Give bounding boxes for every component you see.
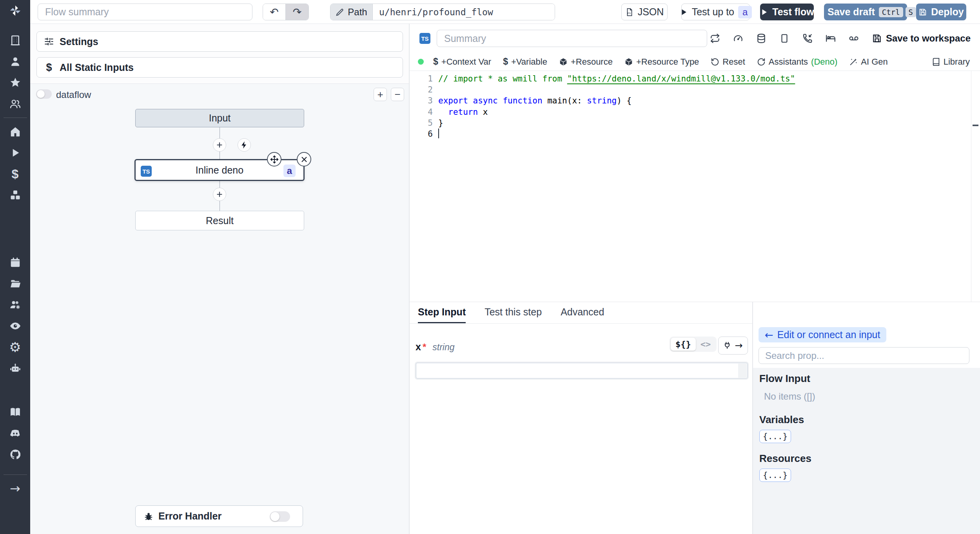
folders-icon[interactable] [0, 273, 30, 294]
runs-play-icon[interactable] [0, 142, 30, 163]
summary-placeholder: Summary [444, 33, 486, 44]
field-name: x [416, 341, 421, 353]
workspace-building-icon[interactable] [0, 30, 30, 51]
flow-summary-input[interactable]: Flow summary [38, 4, 252, 20]
search-prop-placeholder: Search prop... [765, 350, 824, 361]
dataflow-toggle[interactable] [36, 89, 52, 99]
field-label-row: x * string [416, 341, 455, 353]
ai-gen-label: AI Gen [861, 57, 887, 67]
test-up-to-label: Test up to [692, 6, 734, 18]
collapse-arrow-right-icon[interactable]: → [0, 478, 30, 499]
graph-zoom-in-button[interactable]: + [374, 88, 387, 101]
favorites-star-icon[interactable] [0, 72, 30, 93]
discord-icon[interactable] [0, 423, 30, 444]
resources-boxes-icon[interactable] [0, 185, 30, 206]
required-marker: * [423, 342, 426, 353]
reset-button[interactable]: Reset [711, 57, 745, 67]
test-flow-button[interactable]: Test flow [760, 4, 814, 20]
bot-icon[interactable] [0, 358, 30, 379]
path-value: u/henri/profound_flow [379, 7, 493, 17]
tab-step-input[interactable]: Step Input [418, 302, 466, 323]
edit-or-connect-button[interactable]: ← Edit or connect an input [759, 327, 886, 342]
code-editor[interactable]: 123456 // import * as wmill from "https:… [409, 71, 971, 302]
input-scrollbar[interactable] [738, 364, 747, 378]
retry-repeat-icon[interactable] [710, 33, 720, 43]
delete-step-button[interactable] [297, 152, 311, 167]
flow-node-input[interactable]: Input [135, 109, 304, 127]
error-handler-toggle[interactable] [270, 511, 290, 522]
add-context-var-button[interactable]: $ +Context Var [433, 56, 491, 67]
undo-button[interactable]: ↶ [263, 4, 286, 20]
cache-database-icon[interactable] [756, 33, 766, 43]
deploy-button[interactable]: Deploy [916, 4, 966, 20]
input-mode-toggle: ${} <> [670, 337, 717, 352]
field-value-input[interactable] [416, 363, 748, 378]
field-type: string [432, 342, 454, 353]
book-icon [932, 58, 940, 66]
groups-users-icon[interactable] [0, 93, 30, 114]
audit-eye-icon[interactable] [0, 315, 30, 337]
assistants-lang: (Deno) [811, 57, 837, 67]
windmill-logo-icon[interactable] [9, 5, 21, 18]
suspend-phone-icon[interactable] [802, 33, 813, 43]
add-resource-label: +Resource [571, 57, 613, 67]
path-edit-button[interactable]: Path [330, 4, 373, 20]
tab-advanced[interactable]: Advanced [561, 302, 604, 323]
play-icon [679, 8, 688, 16]
github-icon[interactable] [0, 444, 30, 465]
concurrency-square-icon[interactable] [779, 33, 789, 43]
json-button[interactable]: JSON [621, 4, 668, 20]
assistants-button[interactable]: Assistants (Deno) [757, 57, 838, 67]
step-panel: Step Input Test this step Advanced x * s… [409, 302, 753, 534]
all-static-inputs-button[interactable]: $ All Static Inputs [36, 57, 403, 78]
plus-icon [215, 190, 224, 199]
sleep-bed-icon[interactable] [826, 33, 836, 43]
test-up-to-button[interactable]: Test up to a [681, 4, 750, 20]
save-draft-button[interactable]: Save draft Ctrl S [824, 4, 907, 20]
user-icon[interactable] [0, 51, 30, 72]
variables-object-chip[interactable]: {...} [759, 430, 791, 443]
step-tabs: Step Input Test this step Advanced [409, 302, 752, 324]
code-mode-option[interactable]: <> [696, 338, 716, 351]
variables-dollar-icon[interactable]: $ [0, 163, 30, 185]
reset-label: Reset [722, 57, 745, 67]
connect-input-button[interactable]: → [718, 337, 748, 355]
plug-icon [723, 341, 732, 350]
settings-gear-icon[interactable]: ⚙ [0, 337, 30, 358]
add-resource-type-button[interactable]: +Resource Type [624, 57, 699, 67]
add-step-button[interactable] [213, 138, 226, 152]
library-label: Library [944, 57, 970, 67]
library-button[interactable]: Library [932, 57, 970, 67]
schedules-calendar-icon[interactable] [0, 252, 30, 273]
search-prop-input[interactable]: Search prop... [759, 347, 969, 364]
add-resource-button[interactable]: +Resource [559, 57, 613, 67]
move-step-button[interactable] [267, 152, 281, 167]
early-stop-gauge-icon[interactable] [733, 33, 743, 43]
template-mode-option[interactable]: ${} [671, 338, 696, 351]
save-icon [918, 8, 927, 16]
editor-overview-ruler[interactable] [971, 71, 980, 302]
workers-users-gear-icon[interactable] [0, 294, 30, 315]
save-to-workspace-button[interactable]: Save to workspace [872, 33, 971, 44]
home-icon[interactable] [0, 121, 30, 142]
docs-book-icon[interactable] [0, 402, 30, 423]
add-variable-button[interactable]: $ +Variable [503, 56, 547, 67]
panel-divider[interactable] [409, 24, 410, 534]
path-value-input[interactable]: u/henri/profound_flow [373, 4, 555, 20]
resources-object-chip[interactable]: {...} [759, 469, 791, 482]
ai-gen-button[interactable]: AI Gen [849, 57, 887, 67]
error-handler-node[interactable]: Error Handler [135, 505, 303, 527]
summary-input[interactable]: Summary [437, 30, 707, 47]
flow-settings-button[interactable]: Settings [36, 31, 403, 52]
tab-test-this-step[interactable]: Test this step [485, 302, 542, 323]
package-icon [624, 58, 633, 66]
add-trigger-button[interactable] [238, 138, 251, 152]
graph-zoom-out-button[interactable]: − [391, 88, 404, 101]
mock-voicemail-icon[interactable] [849, 33, 859, 43]
redo-button[interactable]: ↷ [286, 4, 309, 20]
dataflow-label: dataflow [56, 89, 91, 100]
flow-input-empty: No items ([]) [764, 391, 980, 402]
flow-node-result[interactable]: Result [135, 211, 304, 230]
add-step-button[interactable] [213, 188, 226, 201]
field-value-wrapper [415, 362, 749, 380]
